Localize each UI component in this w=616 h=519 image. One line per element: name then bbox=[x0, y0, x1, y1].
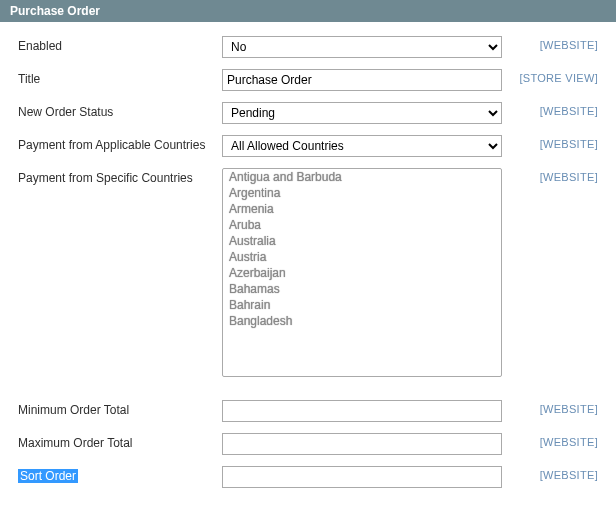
payment-applicable-select[interactable]: All Allowed Countries bbox=[222, 135, 502, 157]
label-payment-applicable: Payment from Applicable Countries bbox=[18, 135, 222, 152]
scope-sort-order: [WEBSITE] bbox=[502, 466, 598, 481]
row-sort-order: Sort Order [WEBSITE] bbox=[18, 466, 598, 488]
title-input[interactable] bbox=[222, 69, 502, 91]
row-min-order-total: Minimum Order Total [WEBSITE] bbox=[18, 400, 598, 422]
scope-new-order-status: [WEBSITE] bbox=[502, 102, 598, 117]
scope-title: [STORE VIEW] bbox=[502, 69, 598, 84]
label-new-order-status: New Order Status bbox=[18, 102, 222, 119]
country-option[interactable]: Bahrain bbox=[223, 297, 501, 313]
label-max-order-total: Maximum Order Total bbox=[18, 433, 222, 450]
enabled-select[interactable]: No bbox=[222, 36, 502, 58]
country-option[interactable]: Austria bbox=[223, 249, 501, 265]
scope-payment-applicable: [WEBSITE] bbox=[502, 135, 598, 150]
row-enabled: Enabled No [WEBSITE] bbox=[18, 36, 598, 58]
country-option[interactable]: Aruba bbox=[223, 217, 501, 233]
country-option[interactable]: Australia bbox=[223, 233, 501, 249]
label-min-order-total: Minimum Order Total bbox=[18, 400, 222, 417]
min-order-total-input[interactable] bbox=[222, 400, 502, 422]
label-sort-order: Sort Order bbox=[18, 469, 78, 483]
row-title: Title [STORE VIEW] bbox=[18, 69, 598, 91]
sort-order-input[interactable] bbox=[222, 466, 502, 488]
country-option[interactable]: Argentina bbox=[223, 185, 501, 201]
scope-enabled: [WEBSITE] bbox=[502, 36, 598, 51]
country-option[interactable]: Azerbaijan bbox=[223, 265, 501, 281]
label-enabled: Enabled bbox=[18, 36, 222, 53]
row-payment-specific: Payment from Specific Countries Antigua … bbox=[18, 168, 598, 377]
scope-min-order-total: [WEBSITE] bbox=[502, 400, 598, 415]
row-payment-applicable: Payment from Applicable Countries All Al… bbox=[18, 135, 598, 157]
section-title: Purchase Order bbox=[10, 4, 100, 18]
row-max-order-total: Maximum Order Total [WEBSITE] bbox=[18, 433, 598, 455]
country-option[interactable]: Armenia bbox=[223, 201, 501, 217]
section-header[interactable]: Purchase Order bbox=[0, 0, 616, 22]
country-option[interactable]: Antigua and Barbuda bbox=[223, 169, 501, 185]
label-payment-specific: Payment from Specific Countries bbox=[18, 168, 222, 185]
country-option[interactable]: Bangladesh bbox=[223, 313, 501, 329]
label-title: Title bbox=[18, 69, 222, 86]
payment-specific-select[interactable]: Antigua and BarbudaArgentinaArmeniaAruba… bbox=[222, 168, 502, 377]
scope-payment-specific: [WEBSITE] bbox=[502, 168, 598, 183]
new-order-status-select[interactable]: Pending bbox=[222, 102, 502, 124]
country-option[interactable]: Bahamas bbox=[223, 281, 501, 297]
max-order-total-input[interactable] bbox=[222, 433, 502, 455]
scope-max-order-total: [WEBSITE] bbox=[502, 433, 598, 448]
form-body: Enabled No [WEBSITE] Title [STORE VIEW] … bbox=[0, 22, 616, 519]
row-new-order-status: New Order Status Pending [WEBSITE] bbox=[18, 102, 598, 124]
